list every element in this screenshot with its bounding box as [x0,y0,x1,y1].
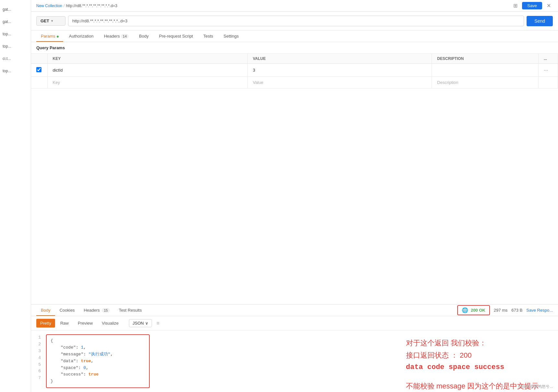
sidebar-item-1[interactable]: gat... [0,16,31,28]
response-size: 673 B [511,308,522,313]
table-row-empty [31,77,558,88]
response-status-area: 🌐 200 OK 297 ms 673 B Save Respo... [457,305,553,315]
empty-key-cell [47,77,248,88]
main-content: New Collection / http://rd8.**.*.**.**.*… [31,0,558,392]
status-badge: 200 OK [471,308,485,313]
status-badge-container: 🌐 200 OK [457,305,490,315]
row-checkbox-cell [31,64,47,77]
empty-checkbox-cell [31,77,47,88]
code-line-6: "success": true [51,371,145,378]
tab-pre-request-script[interactable]: Pre-request Script [155,30,198,42]
response-code-box: { "code": 1, "message": "执行成功", "data": … [46,334,150,388]
tab-tests[interactable]: Tests [199,30,217,42]
response-tab-headers[interactable]: Headers 15 [79,305,114,316]
query-params-header: Query Params [31,42,558,54]
headers-badge: 14 [121,34,129,39]
empty-key-input[interactable] [53,80,242,85]
response-tab-cookies[interactable]: Cookies [55,305,79,316]
annotation-spacer [406,374,539,380]
format-tab-preview[interactable]: Preview [74,319,97,328]
code-line-4: "data": true, [51,358,145,365]
code-area: 1 2 3 4 5 6 7 { "code": 1, "message": "执… [31,330,558,392]
response-tab-body[interactable]: Body [36,305,55,316]
row-value-input[interactable] [253,68,426,73]
close-icon-button[interactable]: ✕ [545,2,553,9]
code-line-2: "code": 1, [51,344,145,351]
code-line-3: "message": "执行成功", [51,351,145,358]
csdn-footer: CSDN @鹿鸣悠兮... [518,384,553,389]
params-table: KEY VALUE DESCRIPTION ... [31,54,558,88]
row-more-cell: ··· [539,64,558,77]
url-bar-area: GET ▾ Send [31,12,558,30]
params-dot [57,36,59,38]
row-desc-input[interactable] [437,68,533,73]
format-tabs-bar: Pretty Raw Preview Visualize JSON ∨ ≡ [31,316,558,330]
table-row: ··· [31,64,558,77]
breadcrumb-endpoint: http://rd8.**.*.**.**.**.**.*.*.d=3 [66,4,117,8]
tab-authorization[interactable]: Authorization [64,30,98,42]
tab-headers[interactable]: Headers14 [99,30,133,42]
empty-desc-input[interactable] [437,80,533,85]
method-select[interactable]: GET ▾ [36,16,65,26]
sidebar-item-4[interactable]: ci.t... [0,52,31,65]
response-time: 297 ms [494,308,508,313]
empty-value-input[interactable] [253,80,426,85]
format-tab-pretty[interactable]: Pretty [36,319,55,328]
more-icon[interactable]: ··· [544,67,548,73]
tab-settings[interactable]: Settings [219,30,243,42]
annotation-line-1: 对于这个返回 我们校验： [406,337,539,349]
wrap-icon[interactable]: ≡ [157,320,159,326]
response-section: Body Cookies Headers 15 Test Results 🌐 2… [31,304,558,392]
format-tab-visualize[interactable]: Visualize [98,319,122,328]
chevron-down-icon: ▾ [51,19,53,23]
tab-body[interactable]: Body [134,30,153,42]
empty-value-cell [248,77,432,88]
empty-more-cell [539,77,558,88]
row-key-input[interactable] [53,68,242,73]
annotation-line-3: data code space success [406,361,539,373]
col-header-more: ... [539,54,558,64]
tab-params[interactable]: Params [36,30,63,42]
sidebar-item-2[interactable]: top... [0,28,31,40]
globe-icon: 🌐 [462,307,468,313]
sidebar-item-3[interactable]: top... [0,40,31,52]
json-chevron-icon: ∨ [145,321,148,326]
url-input[interactable] [68,16,524,26]
save-button-top[interactable]: Save [522,2,542,9]
breadcrumb-collection[interactable]: New Collection [36,4,62,8]
row-value-cell [248,64,432,77]
code-line-7: } [51,378,145,385]
json-select[interactable]: JSON ∨ [129,319,152,327]
send-button[interactable]: Send [527,16,553,26]
empty-desc-cell [432,77,539,88]
row-desc-cell [432,64,539,77]
response-tabs-bar: Body Cookies Headers 15 Test Results 🌐 2… [31,305,558,316]
sidebar-item-5[interactable]: top... [0,65,31,77]
breadcrumb-separator: / [64,4,64,8]
breadcrumb-bar: New Collection / http://rd8.**.*.**.**.*… [31,0,558,12]
col-header-key: KEY [47,54,248,64]
line-numbers: 1 2 3 4 5 6 7 [36,334,46,388]
top-actions: ⊞ Save ✕ [511,2,553,9]
params-spacer [31,88,558,304]
sidebar-item-0[interactable]: gat... [0,3,31,16]
col-header-checkbox [31,54,47,64]
method-label: GET [41,18,49,23]
save-response-button[interactable]: Save Respo... [526,308,553,313]
annotation-line-2: 接口返回状态 ： 200 [406,349,539,361]
response-headers-badge: 15 [102,308,110,313]
request-tabs-bar: Params Authorization Headers14 Body Pre-… [31,30,558,42]
code-line-1: { [51,338,145,344]
sidebar: gat... gat... top... top... ci.t... top.… [0,0,31,392]
row-key-cell [47,64,248,77]
row-checkbox[interactable] [36,67,41,72]
format-tab-raw[interactable]: Raw [56,319,73,328]
code-line-5: "space": 0, [51,365,145,372]
col-header-value: VALUE [248,54,432,64]
grid-icon-button[interactable]: ⊞ [511,2,519,9]
response-tab-test-results[interactable]: Test Results [114,305,146,316]
col-header-description: DESCRIPTION [432,54,539,64]
